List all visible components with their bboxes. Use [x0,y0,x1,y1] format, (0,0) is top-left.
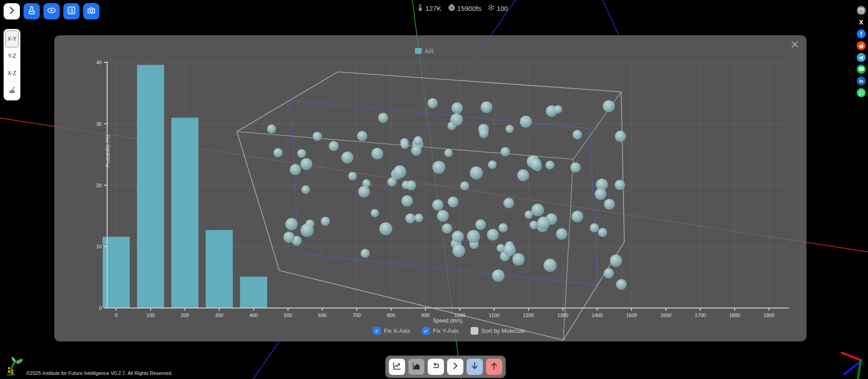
close-panel-button[interactable] [790,40,801,51]
checkbox-label: Fix X-Axis [384,327,410,334]
svg-text:800: 800 [387,313,395,318]
reset-icon [431,361,441,373]
svg-text:40: 40 [96,60,102,65]
histogram-bar [137,65,164,308]
svg-text:200: 200 [181,313,189,318]
simulation-box-wireframe [237,72,624,340]
svg-text:1300: 1300 [557,313,568,318]
reset-button[interactable] [428,359,444,375]
line-chart-button[interactable] [389,359,405,375]
svg-text:1500: 1500 [626,313,637,318]
facebook-share-icon[interactable]: f [857,29,866,38]
svg-text:100: 100 [146,313,155,318]
simulation-toolbar [385,355,506,378]
view-xy-button[interactable]: X-Y [5,30,19,47]
simulation-status-bar: 127K 15900fs 100 [417,4,508,13]
svg-text:1600: 1600 [660,313,671,318]
linkedin-share-icon[interactable]: in [857,76,866,85]
camera-icon [86,5,96,17]
up-arrow-icon [489,361,499,373]
svg-text:500: 500 [284,313,292,318]
check-icon: ✓ [374,328,379,334]
chart-legend: AR [415,47,434,55]
close-icon [790,43,799,50]
collapse-menu-button[interactable] [4,3,20,19]
visibility-button[interactable] [43,3,60,19]
svg-text:0: 0 [115,313,118,318]
x-twitter-share-icon[interactable]: X [857,18,866,27]
cool-down-button[interactable] [467,359,483,375]
molecule-icon [488,4,495,12]
svg-text:0: 0 [99,305,102,311]
thermometer-icon [417,4,424,13]
svg-text:600: 600 [318,313,326,318]
fix-x-axis-checkbox[interactable]: ✓ Fix X-Axis [373,327,410,335]
experiment-button[interactable] [24,3,40,19]
histogram-bar [240,277,267,308]
view-switcher: X-Y Y-Z X-Z [4,29,20,100]
main-toolbar [4,3,99,19]
fix-y-axis-checkbox[interactable]: ✓ Fix Y-Axis [422,327,459,335]
x-axis-title: Speed (m/s) [402,317,493,324]
bar-chart-icon [411,361,421,373]
footer: ©2025 Institute for Future Intelligence … [5,356,173,377]
ifi-logo [5,356,24,377]
clear-scene-button[interactable] [5,82,19,99]
view-xz-button[interactable]: X-Z [5,65,19,82]
svg-text:1900: 1900 [764,313,774,318]
bar-chart-button[interactable] [408,359,425,375]
time-status: 15900fs [448,4,481,13]
histogram-bar [171,118,198,308]
view-yz-button[interactable]: Y-Z [5,47,19,65]
checkbox-box: ✓ [373,327,381,335]
molecule-count-value: 100 [496,5,508,12]
svg-text:1400: 1400 [592,313,603,318]
screenshot-button[interactable] [83,3,99,19]
chevron-right-icon [450,361,460,373]
fixed-container-wireframe [291,100,598,285]
svg-text:1200: 1200 [523,313,534,318]
molecule-count-status: 100 [488,4,508,12]
line-chart-icon [392,361,402,373]
legend-label: AR [425,47,434,55]
svg-text:1800: 1800 [729,313,740,318]
check-icon: ✓ [424,328,428,334]
y-axis-title: Probability (%) [105,110,110,192]
line-share-icon[interactable] [857,65,866,74]
legend-swatch [415,48,422,54]
copyright-text: ©2025 Institute for Future Intelligence … [26,370,173,377]
telegram-share-icon[interactable] [857,53,866,62]
data-view-button[interactable] [63,3,80,19]
temperature-status: 127K [417,4,441,13]
sort-by-molecule-checkbox[interactable]: Sort by Molecule [471,327,525,335]
speed-histogram-canvas: 0102030400100200300400500600700800900100… [54,35,807,341]
time-value: 15900fs [457,5,481,12]
checkbox-box: ✓ [422,327,430,335]
checkbox-label: Fix Y-Axis [433,327,459,334]
reddit-share-icon[interactable] [857,41,866,50]
svg-text:700: 700 [353,313,361,318]
chevron-right-icon [7,5,17,17]
step-button[interactable] [447,359,463,375]
eye-icon [47,5,57,17]
orientation-gizmo[interactable] [842,353,862,378]
flask-icon [27,5,37,17]
broom-icon [8,85,16,95]
svg-text:300: 300 [215,313,223,318]
svg-text:10: 10 [96,244,102,249]
checkbox-label: Sort by Molecule [481,327,525,334]
email-share-icon[interactable] [857,6,866,15]
histogram-bar [206,230,233,308]
svg-text:20: 20 [96,183,102,188]
svg-text:30: 30 [96,121,102,127]
stopwatch-icon [448,4,455,13]
temperature-value: 127K [425,5,441,12]
whatsapp-share-icon[interactable] [857,88,866,97]
chart-options: ✓ Fix X-Axis ✓ Fix Y-Axis Sort by Molecu… [373,327,525,335]
speed-distribution-panel: 0102030400100200300400500600700800900100… [54,35,807,341]
dimmed-axis-lines [54,35,807,341]
checkbox-box [471,327,478,335]
svg-text:400: 400 [250,313,258,318]
list-panel-icon [66,5,76,17]
heat-up-button[interactable] [486,359,502,375]
